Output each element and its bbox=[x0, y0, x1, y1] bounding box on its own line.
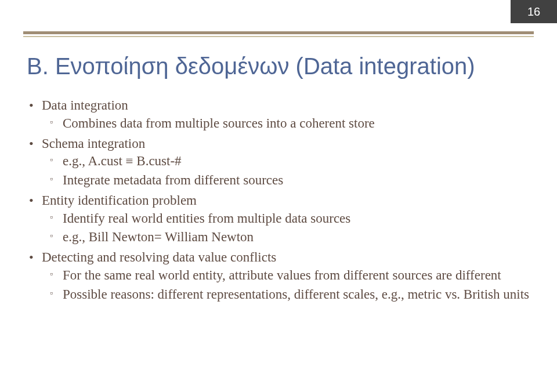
sub-bullet: Possible reasons: different representati… bbox=[42, 286, 529, 303]
top-rule-thin bbox=[23, 36, 534, 37]
sub-bullet: e.g., A.cust ≡ B.cust-# bbox=[42, 153, 529, 170]
slide-content: Data integration Combines data from mult… bbox=[28, 97, 529, 306]
sub-bullet: Identify real world entities from multip… bbox=[42, 210, 529, 227]
top-rule-thick bbox=[23, 31, 534, 34]
page-number: 16 bbox=[511, 0, 557, 23]
bullet-text: Schema integration bbox=[42, 136, 145, 151]
sub-bullet: For the same real world entity, attribut… bbox=[42, 267, 529, 284]
sub-bullet: Combines data from multiple sources into… bbox=[42, 115, 529, 132]
bullet-text: Data integration bbox=[42, 98, 128, 112]
slide: 16 B. Ενοποίηση δεδομένων (Data integrat… bbox=[0, 0, 557, 392]
bullet-schema-integration: Schema integration e.g., A.cust ≡ B.cust… bbox=[28, 136, 529, 189]
bullet-detecting-conflicts: Detecting and resolving data value confl… bbox=[28, 249, 529, 303]
bullet-data-integration: Data integration Combines data from mult… bbox=[28, 97, 529, 132]
bullet-entity-identification: Entity identification problem Identify r… bbox=[28, 193, 529, 246]
bullet-text: Detecting and resolving data value confl… bbox=[42, 250, 276, 264]
sub-bullet: e.g., Bill Newton= William Newton bbox=[42, 229, 529, 246]
sub-bullet: Integrate metadata from different source… bbox=[42, 172, 529, 189]
bullet-text: Entity identification problem bbox=[42, 193, 197, 208]
slide-title: B. Ενοποίηση δεδομένων (Data integration… bbox=[27, 53, 530, 79]
